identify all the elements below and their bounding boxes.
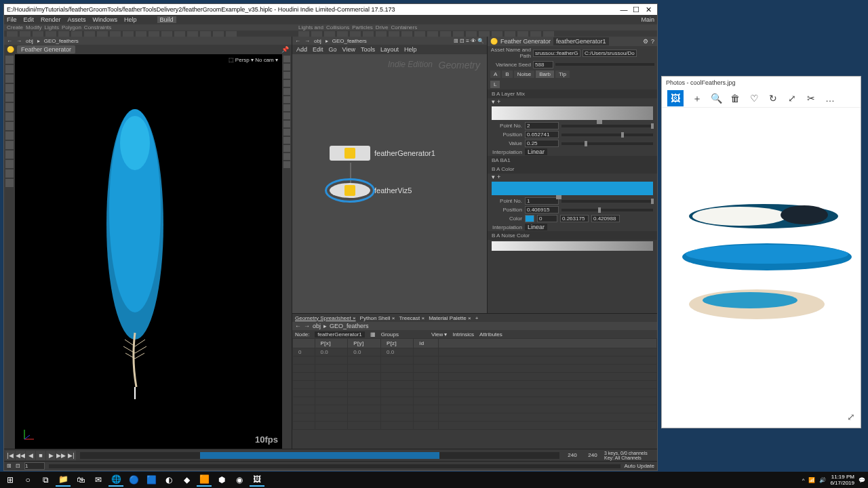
last-frame-button[interactable]: ▶| bbox=[66, 451, 76, 460]
notifications-icon[interactable]: 💬 bbox=[859, 477, 865, 483]
variance-seed-field[interactable] bbox=[533, 61, 553, 68]
tool[interactable] bbox=[283, 153, 290, 160]
shelf-tab[interactable]: Constraints bbox=[84, 24, 111, 30]
variance-seed-slider[interactable] bbox=[555, 63, 654, 66]
net-menu-go[interactable]: Go bbox=[329, 46, 337, 53]
ramp-collapse-icon[interactable]: ▾ bbox=[492, 98, 495, 105]
path-geo[interactable]: GEO_feathers bbox=[44, 38, 79, 44]
interp-dropdown[interactable]: Linear bbox=[525, 148, 547, 155]
spreadsheet-table[interactable]: P[x] P[y] P[z] id 0 0.0 0.0 0.0 bbox=[292, 338, 657, 449]
shelf-tab[interactable]: Create bbox=[7, 24, 23, 30]
zoom-icon[interactable]: 🔍 bbox=[711, 93, 722, 104]
tool[interactable] bbox=[5, 131, 14, 140]
net-menu-layout[interactable]: Layout bbox=[380, 46, 399, 53]
tab-python[interactable]: Python Shell × bbox=[360, 315, 395, 321]
position-field[interactable] bbox=[525, 131, 559, 138]
color-swatch[interactable] bbox=[525, 215, 534, 222]
photos-icon[interactable]: 🖼 bbox=[250, 473, 264, 487]
add-icon[interactable]: ＋ bbox=[692, 93, 703, 104]
subtab-l[interactable]: L bbox=[490, 81, 500, 88]
global-end-frame[interactable]: 240 bbox=[583, 452, 603, 458]
tab-tip[interactable]: Tip bbox=[555, 70, 570, 78]
position2-slider[interactable] bbox=[561, 209, 653, 211]
tool[interactable] bbox=[5, 103, 14, 111]
houdini-icon[interactable]: 🟧 bbox=[197, 473, 212, 487]
intrinsics-dropdown[interactable]: Intrinsics bbox=[452, 331, 474, 338]
net-tool-icon[interactable]: ⊞ bbox=[454, 38, 458, 44]
tool[interactable] bbox=[5, 84, 14, 92]
shelf-tab[interactable]: Polygon bbox=[62, 24, 81, 30]
menu-file[interactable]: File bbox=[7, 16, 17, 23]
menu-help[interactable]: Help bbox=[124, 16, 137, 23]
tool[interactable] bbox=[5, 122, 14, 130]
asset-path-field[interactable] bbox=[583, 49, 637, 57]
tool[interactable] bbox=[283, 96, 290, 103]
end-frame[interactable]: 240 bbox=[562, 452, 583, 458]
build-label[interactable]: Build bbox=[157, 16, 176, 23]
color-g-field[interactable] bbox=[560, 215, 589, 222]
delete-icon[interactable]: 🗑 bbox=[730, 93, 741, 104]
cortana-button[interactable]: ○ bbox=[20, 473, 35, 487]
net-tool-icon[interactable]: ⊡ bbox=[460, 38, 465, 44]
arrow-icon[interactable]: ← bbox=[295, 38, 300, 44]
prev-key-button[interactable]: ◀◀ bbox=[16, 451, 25, 460]
arrow-icon[interactable]: → bbox=[304, 38, 310, 44]
node-field[interactable]: featherGenerator1 bbox=[315, 331, 364, 338]
net-tool-icon[interactable]: ≡ bbox=[466, 38, 469, 44]
first-frame-button[interactable]: |◀ bbox=[5, 451, 15, 460]
tab-geospread[interactable]: Geometry Spreadsheet × bbox=[295, 315, 356, 321]
net-tool-icon[interactable]: 🔍 bbox=[477, 38, 484, 44]
color-ramp[interactable] bbox=[492, 182, 653, 195]
key-icon[interactable]: ⊡ bbox=[16, 463, 20, 469]
tool[interactable] bbox=[283, 64, 290, 70]
shelf-tab[interactable]: Drive bbox=[376, 24, 389, 30]
tab-a[interactable]: A bbox=[490, 70, 500, 78]
app-icon[interactable]: ◆ bbox=[179, 473, 194, 487]
color-b-field[interactable] bbox=[591, 215, 620, 222]
maximize-button[interactable]: ☐ bbox=[630, 5, 642, 14]
menu-render[interactable]: Render bbox=[41, 16, 61, 23]
select-tool[interactable] bbox=[5, 56, 14, 64]
layer-mix-ramp[interactable] bbox=[492, 106, 653, 120]
app-icon[interactable]: ◐ bbox=[161, 473, 176, 487]
persp-dropdown[interactable]: Persp ▾ bbox=[235, 57, 254, 63]
tool[interactable] bbox=[5, 160, 14, 168]
viewport-3d[interactable]: ⬚ Persp ▾ No cam ▾ bbox=[15, 54, 282, 449]
tool[interactable] bbox=[283, 113, 290, 119]
play-button[interactable]: ▶ bbox=[46, 451, 56, 460]
op-name-field[interactable]: featherGenerator1 bbox=[553, 37, 609, 45]
timeline-track[interactable] bbox=[80, 452, 559, 459]
app-icon[interactable]: 🔵 bbox=[126, 473, 141, 487]
viewport-tab[interactable]: Feather Generator bbox=[17, 45, 75, 54]
tab-treecast[interactable]: Treecast × bbox=[399, 315, 425, 321]
asset-name-field[interactable] bbox=[533, 49, 580, 57]
key-icon[interactable]: ⊞ bbox=[7, 463, 12, 469]
tool[interactable] bbox=[5, 169, 14, 178]
menu-assets[interactable]: Assets bbox=[68, 16, 86, 23]
gear-icon[interactable]: ⚙ bbox=[643, 38, 648, 45]
path-geo[interactable]: GEO_feathers bbox=[332, 38, 367, 44]
volume-icon[interactable]: 🔊 bbox=[819, 477, 826, 483]
store-icon[interactable]: 🛍 bbox=[73, 473, 88, 487]
arrow-icon[interactable]: ← bbox=[295, 323, 301, 329]
tool[interactable] bbox=[5, 179, 14, 187]
net-tool-icon[interactable]: 👁 bbox=[471, 38, 476, 44]
shelf-tab[interactable]: Lights bbox=[45, 24, 59, 30]
ramp-collapse-icon[interactable]: ▾ bbox=[492, 174, 495, 180]
ramp-point[interactable] bbox=[556, 195, 561, 199]
network-view[interactable]: Geometry Indie Edition featherGenerator1… bbox=[292, 54, 487, 313]
app-icon[interactable]: ⬢ bbox=[214, 473, 229, 487]
groups-dropdown[interactable]: Groups bbox=[381, 331, 399, 338]
favorite-icon[interactable]: ♡ bbox=[749, 93, 760, 104]
update-mode[interactable]: Auto Update bbox=[625, 463, 654, 469]
tool[interactable] bbox=[283, 161, 290, 168]
tray-chevron-icon[interactable]: ^ bbox=[802, 477, 805, 483]
color-r-field[interactable] bbox=[537, 215, 557, 222]
more-icon[interactable]: … bbox=[825, 93, 835, 104]
col-py[interactable]: P[y] bbox=[348, 339, 381, 348]
photos-body[interactable]: ⤢ bbox=[662, 108, 861, 428]
edit-icon[interactable]: ✂ bbox=[806, 93, 816, 104]
tool[interactable] bbox=[283, 129, 290, 136]
position-slider[interactable] bbox=[561, 134, 653, 136]
col-pz[interactable]: P[z] bbox=[381, 339, 414, 348]
